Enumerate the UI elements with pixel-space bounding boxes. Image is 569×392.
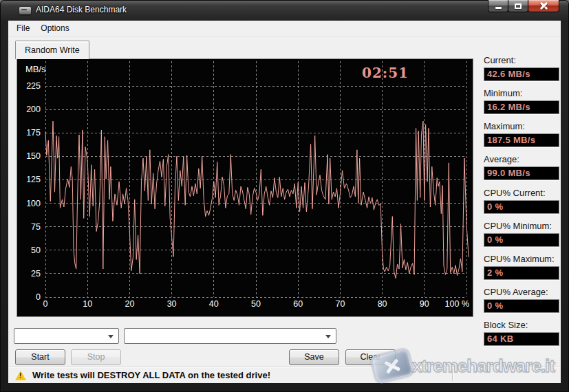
svg-text:60: 60 xyxy=(293,299,303,309)
stat-value: 64 KB xyxy=(484,332,559,346)
app-icon xyxy=(19,7,31,14)
client-area: Random Write 0102030405060708090100 %025… xyxy=(8,36,561,383)
minimize-icon xyxy=(495,7,502,9)
svg-text:50: 50 xyxy=(251,299,261,309)
stat-maximum: Maximum: 187.5 MB/s xyxy=(484,121,559,147)
stat-label: Minimum: xyxy=(484,88,559,100)
stat-value: 187.5 MB/s xyxy=(484,133,559,147)
svg-text:30: 30 xyxy=(167,299,177,309)
stat-block-size: Block Size: 64 KB xyxy=(484,320,559,346)
svg-text:200: 200 xyxy=(26,105,41,114)
stat-cpu-current: CPU% Current: 0 % xyxy=(484,188,559,214)
stop-button[interactable]: Stop xyxy=(71,349,121,365)
stat-average: Average: 99.0 MB/s xyxy=(484,154,559,180)
stat-minimum: Minimum: 16.2 MB/s xyxy=(484,88,559,114)
svg-text:125: 125 xyxy=(26,175,41,184)
svg-text:100 %: 100 % xyxy=(445,299,469,309)
test-type-select[interactable]: Random Write xyxy=(14,328,119,344)
svg-text:25: 25 xyxy=(31,269,41,279)
svg-text:MB/s: MB/s xyxy=(25,64,46,74)
svg-text:150: 150 xyxy=(26,151,41,161)
tab-random-write[interactable]: Random Write xyxy=(15,41,89,59)
menu-bar: File Options xyxy=(8,21,561,36)
svg-text:80: 80 xyxy=(378,299,387,309)
svg-text:75: 75 xyxy=(31,222,41,232)
stat-label: Average: xyxy=(484,154,559,166)
stat-value: 0 % xyxy=(484,200,559,214)
close-button[interactable] xyxy=(528,0,559,12)
svg-text:225: 225 xyxy=(26,81,41,91)
benchmark-chart: 0102030405060708090100 %0255075100125150… xyxy=(17,59,473,316)
stat-label: CPU% Average: xyxy=(484,287,559,299)
menu-item-options[interactable]: Options xyxy=(35,21,74,36)
svg-text:02:51: 02:51 xyxy=(362,65,409,81)
svg-text:20: 20 xyxy=(125,299,134,309)
svg-text:40: 40 xyxy=(209,299,219,309)
stat-cpu-average: CPU% Average: 0 % xyxy=(484,287,559,313)
maximize-icon xyxy=(515,3,522,9)
stat-label: CPU% Current: xyxy=(484,188,559,200)
stat-cpu-maximum: CPU% Maximum: 2 % xyxy=(484,254,559,280)
window-controls xyxy=(489,0,559,12)
svg-text:100: 100 xyxy=(26,199,41,208)
stat-label: CPU% Minimum: xyxy=(484,221,559,233)
status-bar-separator xyxy=(452,369,453,381)
chevron-down-icon xyxy=(108,335,114,338)
app-window: AIDA64 Disk Benchmark File Options Rando… xyxy=(0,0,569,392)
menu-item-file[interactable]: File xyxy=(11,21,35,36)
svg-text:0: 0 xyxy=(43,299,48,309)
status-bar: Write tests will DESTROY ALL DATA on the… xyxy=(8,367,561,383)
svg-text:0: 0 xyxy=(36,292,41,302)
stat-label: CPU% Maximum: xyxy=(484,254,559,266)
close-icon xyxy=(539,1,548,10)
stat-value: 16.2 MB/s xyxy=(484,100,559,114)
stat-label: Maximum: xyxy=(484,121,559,133)
chevron-down-icon xyxy=(325,335,331,338)
drive-select[interactable]: Disk Drive #2 [SPCC SSD101] (111.8 GB) xyxy=(124,328,336,344)
stat-current: Current: 42.6 MB/s xyxy=(484,55,559,81)
stat-value: 0 % xyxy=(484,233,559,247)
stat-cpu-minimum: CPU% Minimum: 0 % xyxy=(484,221,559,247)
title-bar[interactable]: AIDA64 Disk Benchmark xyxy=(0,0,569,21)
stat-value: 0 % xyxy=(484,299,559,313)
chart-frame: 0102030405060708090100 %0255075100125150… xyxy=(17,58,473,317)
svg-text:90: 90 xyxy=(420,299,429,309)
screen: AIDA64 Disk Benchmark File Options Rando… xyxy=(0,0,569,392)
stats-panel: Current: 42.6 MB/s Minimum: 16.2 MB/s Ma… xyxy=(484,55,559,353)
maximize-button[interactable] xyxy=(508,0,528,12)
start-button[interactable]: Start xyxy=(15,349,65,365)
svg-text:70: 70 xyxy=(335,299,345,309)
window-title: AIDA64 Disk Benchmark xyxy=(36,5,127,14)
svg-text:50: 50 xyxy=(31,246,41,255)
save-button[interactable]: Save xyxy=(289,349,339,365)
svg-text:10: 10 xyxy=(83,299,92,309)
clear-button[interactable]: Clear xyxy=(345,349,396,365)
svg-text:175: 175 xyxy=(26,128,41,138)
stat-value: 42.6 MB/s xyxy=(484,67,559,81)
warning-icon xyxy=(15,371,26,380)
stat-value: 2 % xyxy=(484,266,559,280)
stat-value: 99.0 MB/s xyxy=(484,166,559,180)
minimize-button[interactable] xyxy=(488,0,508,12)
stat-label: Current: xyxy=(484,55,559,67)
status-warning-text: Write tests will DESTROY ALL DATA on the… xyxy=(32,370,270,380)
stat-label: Block Size: xyxy=(484,320,559,332)
